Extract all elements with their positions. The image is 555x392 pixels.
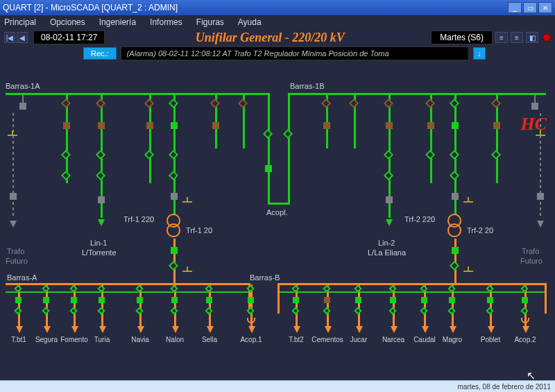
label-lin1-sub: L/Torrente bbox=[82, 248, 117, 257]
sw-1a-4b[interactable] bbox=[171, 193, 178, 200]
brk-1a-5a[interactable] bbox=[210, 99, 220, 108]
future-right-sw1[interactable] bbox=[531, 103, 538, 110]
sw-1a-5a[interactable] bbox=[212, 122, 219, 129]
sw-trf1-a[interactable] bbox=[171, 247, 178, 254]
feeder-magro[interactable]: Magro bbox=[444, 284, 461, 327]
sw-1a-4a[interactable] bbox=[171, 122, 178, 129]
brk-1b-3b[interactable] bbox=[384, 150, 393, 160]
brk-1b-6b[interactable] bbox=[491, 150, 501, 160]
feeder-navia[interactable]: Navia bbox=[132, 284, 148, 327]
brk-1a-3a[interactable] bbox=[144, 99, 154, 108]
feeder-segura[interactable]: Segura bbox=[38, 284, 55, 327]
brk-trf2-a[interactable] bbox=[450, 261, 459, 271]
menu-informes[interactable]: Informes bbox=[150, 17, 182, 27]
feeder-label: Acop.1 bbox=[240, 336, 262, 343]
menu-figuras[interactable]: Figuras bbox=[196, 17, 224, 27]
brk-1a-4b[interactable] bbox=[169, 150, 178, 160]
feeder-label: Segura bbox=[35, 336, 58, 343]
feeder-tbt2[interactable]: T.bt2 bbox=[288, 284, 305, 327]
sw-1b-1a[interactable] bbox=[323, 122, 330, 129]
menu-ayuda[interactable]: Ayuda bbox=[238, 17, 262, 27]
list-button-1[interactable]: ≡ bbox=[495, 32, 508, 43]
brk-1a-1a[interactable] bbox=[61, 99, 71, 108]
menu-principal[interactable]: Principal bbox=[4, 17, 36, 27]
arrow-lin2-icon bbox=[386, 219, 393, 226]
sw-1b-3a[interactable] bbox=[386, 122, 393, 129]
brk-1b-5c[interactable] bbox=[450, 171, 459, 180]
future-left-sw2[interactable] bbox=[10, 193, 17, 200]
maximize-button[interactable]: ▭ bbox=[523, 2, 537, 13]
feeder-caudal[interactable]: Caudal bbox=[416, 284, 433, 327]
brk-1b-5b[interactable] bbox=[450, 150, 459, 160]
sw-1a-1a[interactable] bbox=[63, 122, 70, 129]
arrow-lin1-icon bbox=[98, 219, 105, 226]
feeder-poblet[interactable]: Poblet bbox=[482, 284, 499, 327]
brk-1a-2a[interactable] bbox=[96, 99, 105, 108]
ground-1b-5 bbox=[463, 197, 473, 203]
feeder-acop2[interactable]: Acop.2 bbox=[517, 284, 533, 327]
datetime-display: 08-02-11 17:27 bbox=[33, 31, 105, 44]
menu-opciones[interactable]: Opciones bbox=[50, 17, 85, 27]
sw-1a-3a[interactable] bbox=[146, 122, 153, 129]
brk-1b-4a[interactable] bbox=[425, 99, 435, 108]
sw-1b-5a[interactable] bbox=[452, 122, 459, 129]
brk-1b-6a[interactable] bbox=[491, 99, 501, 108]
nav-prev-button[interactable]: ◀ bbox=[17, 32, 28, 43]
acop2-drop bbox=[545, 283, 547, 314]
list-button-2[interactable]: ≡ bbox=[511, 32, 523, 43]
brk-1b-5a[interactable] bbox=[450, 99, 459, 108]
brk-1b-3c[interactable] bbox=[384, 171, 393, 180]
transformer-1[interactable] bbox=[166, 214, 182, 239]
feeder-narcea[interactable]: Narcea bbox=[385, 284, 402, 327]
brk-1b-3a[interactable] bbox=[384, 99, 393, 108]
ground-1a-4 bbox=[182, 197, 192, 203]
sw-1a-2a[interactable] bbox=[98, 122, 105, 129]
breaker-acopl-1[interactable] bbox=[263, 129, 273, 139]
menu-ingenieria[interactable]: Ingeniería bbox=[99, 17, 136, 27]
feeder-sella[interactable]: Sella bbox=[201, 284, 218, 327]
brk-1a-2c[interactable] bbox=[96, 171, 105, 180]
breaker-acopl-2[interactable] bbox=[283, 129, 293, 139]
coupling-right bbox=[288, 93, 290, 204]
sw-1a-2b[interactable] bbox=[98, 196, 105, 203]
future-left-sw1[interactable] bbox=[19, 103, 26, 110]
transformer-2[interactable] bbox=[447, 214, 463, 239]
feeder-turia[interactable]: Turia bbox=[94, 284, 110, 327]
scada-canvas: HC Barras-1A Barras-1B Acopl. Trafo Futu… bbox=[0, 61, 555, 380]
panel-button[interactable]: ◧ bbox=[526, 32, 538, 43]
switch-acopl-1[interactable] bbox=[265, 165, 272, 172]
brk-1a-1b[interactable] bbox=[61, 150, 71, 160]
sw-1b-3b[interactable] bbox=[386, 196, 393, 203]
alarm-dropdown-button[interactable]: ↓ bbox=[473, 47, 486, 60]
label-trafo-r: Trafo bbox=[522, 247, 539, 255]
feeder-label: Magro bbox=[443, 336, 462, 343]
feeder-jucar[interactable]: Jucar bbox=[350, 284, 367, 327]
minimize-button[interactable]: _ bbox=[508, 2, 522, 13]
brk-1b-1a[interactable] bbox=[321, 99, 331, 108]
feeder-tbt1[interactable]: T.bt1 bbox=[10, 284, 27, 327]
feeder-label: Nalon bbox=[166, 336, 184, 343]
brk-1a-4c[interactable] bbox=[169, 171, 178, 180]
brk-1b-4b[interactable] bbox=[425, 150, 435, 160]
future-right-sw2[interactable] bbox=[537, 193, 544, 200]
sw-1b-6a[interactable] bbox=[493, 122, 500, 129]
sw-1b-5b[interactable] bbox=[452, 193, 459, 200]
titlebar: QUART [2] - MicroSCADA [QUART_2 : ADMIN]… bbox=[0, 0, 555, 15]
brk-1a-4a[interactable] bbox=[169, 99, 178, 108]
feeder-label: T.bt2 bbox=[289, 336, 304, 343]
brk-1a-6a[interactable] bbox=[238, 99, 248, 108]
brk-1a-1c[interactable] bbox=[61, 171, 71, 180]
feeder-nalon[interactable]: Nalon bbox=[166, 284, 183, 327]
sw-trf2-a[interactable] bbox=[452, 247, 459, 254]
nav-first-button[interactable]: |◀ bbox=[4, 32, 15, 43]
sw-1b-4a[interactable] bbox=[427, 122, 434, 129]
brk-1a-2b[interactable] bbox=[96, 150, 105, 160]
rec-button[interactable]: Rec.: bbox=[83, 47, 117, 60]
brk-1a-3b[interactable] bbox=[144, 150, 154, 160]
feeder-fomento[interactable]: Fomento bbox=[66, 284, 83, 327]
brk-1b-2a[interactable] bbox=[349, 99, 359, 108]
close-button[interactable]: ✕ bbox=[538, 2, 552, 13]
feeder-acop1[interactable]: Acop.1 bbox=[243, 284, 259, 327]
brk-trf1-a[interactable] bbox=[169, 261, 178, 271]
feeder-cementos[interactable]: Cementos bbox=[319, 284, 336, 327]
